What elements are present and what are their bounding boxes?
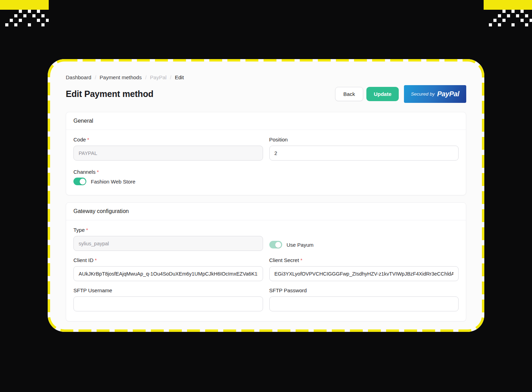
client-id-label: Client ID* <box>73 257 263 263</box>
breadcrumb: Dashboard / Payment methods / PayPal / E… <box>66 74 466 80</box>
sftp-username-label: SFTP Username <box>73 287 263 293</box>
update-button[interactable]: Update <box>366 87 399 101</box>
position-input[interactable] <box>269 146 459 161</box>
breadcrumb-payment-methods[interactable]: Payment methods <box>100 74 142 80</box>
type-label: Type* <box>73 227 263 233</box>
code-input[interactable] <box>73 146 263 161</box>
sftp-username-input[interactable] <box>73 296 263 311</box>
breadcrumb-edit: Edit <box>175 74 184 80</box>
gateway-configuration-section: Gateway configuration Type* Use Payum C <box>66 202 466 321</box>
sftp-password-input[interactable] <box>269 296 459 311</box>
code-field-group: Code* <box>73 137 263 161</box>
header-actions: Back Update Secured by PayPal <box>335 85 466 103</box>
client-id-input[interactable] <box>73 266 263 281</box>
secured-by-paypal-badge: Secured by PayPal <box>404 85 466 103</box>
breadcrumb-separator: / <box>95 75 96 80</box>
code-label: Code* <box>73 137 263 142</box>
page-title: Edit Payment method <box>66 89 153 99</box>
back-button[interactable]: Back <box>335 87 363 101</box>
required-asterisk: * <box>97 169 98 175</box>
use-payum-toggle[interactable] <box>269 241 282 248</box>
required-asterisk: * <box>87 137 89 142</box>
use-payum-field-group: Use Payum <box>269 227 459 251</box>
required-asterisk: * <box>86 227 88 233</box>
required-asterisk: * <box>300 258 302 263</box>
client-secret-field-group: Client Secret* <box>269 257 459 281</box>
channel-fashion-web-store-label: Fashion Web Store <box>91 179 135 185</box>
channel-fashion-web-store-toggle[interactable] <box>73 178 86 185</box>
decor-yellow-bar-left-bottom <box>0 0 49 10</box>
channels-label: Channels* <box>73 169 459 175</box>
channels-field-group: Channels* Fashion Web Store <box>73 169 459 185</box>
secured-by-text: Secured by <box>411 91 435 97</box>
gateway-configuration-title: Gateway configuration <box>66 203 466 220</box>
sftp-password-field-group: SFTP Password <box>269 287 459 311</box>
general-section-title: General <box>66 112 466 130</box>
client-secret-input[interactable] <box>269 266 459 281</box>
sftp-password-label: SFTP Password <box>269 287 459 293</box>
use-payum-label: Use Payum <box>287 242 314 248</box>
type-field-group: Type* <box>73 227 263 251</box>
position-field-group: Position <box>269 137 459 161</box>
client-id-field-group: Client ID* <box>73 257 263 281</box>
client-secret-label: Client Secret* <box>269 257 459 263</box>
general-section: General Code* Position Chann <box>66 112 466 195</box>
sftp-username-field-group: SFTP Username <box>73 287 263 311</box>
position-label: Position <box>269 137 459 142</box>
page-header: Edit Payment method Back Update Secured … <box>66 85 466 103</box>
paypal-logo-text: PayPal <box>437 90 459 98</box>
edit-payment-method-card: Dashboard / Payment methods / PayPal / E… <box>48 59 484 332</box>
breadcrumb-separator: / <box>145 75 146 80</box>
decor-yellow-bar-right-bottom <box>484 0 532 10</box>
breadcrumb-dashboard[interactable]: Dashboard <box>66 74 91 80</box>
type-input[interactable] <box>73 236 263 251</box>
breadcrumb-paypal[interactable]: PayPal <box>150 74 167 80</box>
breadcrumb-separator: / <box>170 75 172 80</box>
required-asterisk: * <box>95 258 97 263</box>
